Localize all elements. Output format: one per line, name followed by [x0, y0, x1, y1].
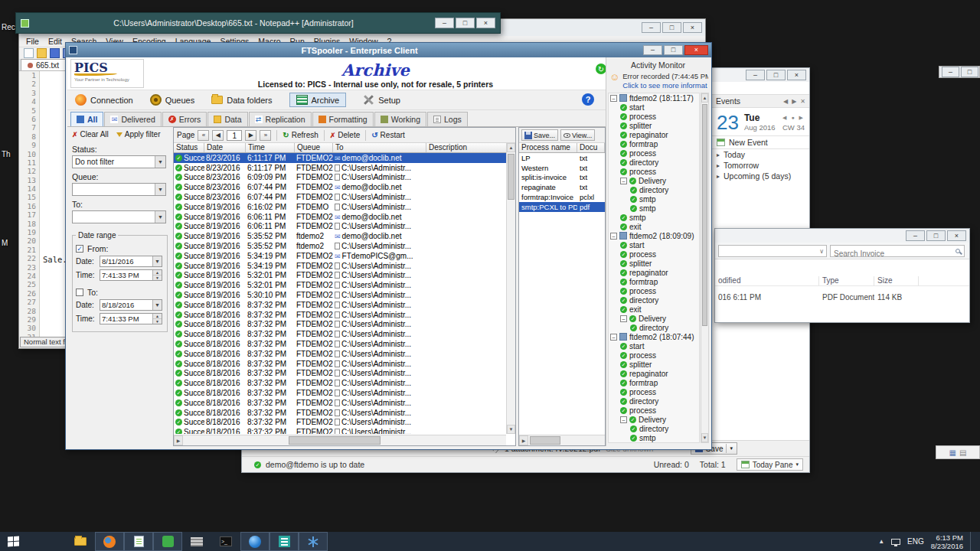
archive-row[interactable]: Success8/19/20165:30:10 PMFTDEMO2C:\User…: [174, 290, 506, 300]
archive-row[interactable]: Success8/19/20165:32:01 PMFTDEMO2C:\User…: [174, 280, 506, 290]
archive-row[interactable]: Success8/19/20165:34:19 PMFTDEMO2C:\User…: [174, 261, 506, 271]
clear-all-button[interactable]: ✗Clear All: [72, 130, 109, 139]
collapse-icon[interactable]: –: [610, 95, 617, 102]
tree-item[interactable]: process: [609, 148, 699, 158]
save-icon[interactable]: [50, 48, 60, 58]
archive-row[interactable]: Success8/18/20168:37:32 PMFTDEMO2C:\User…: [174, 329, 506, 339]
tree-item[interactable]: directory: [609, 396, 699, 406]
archive-row[interactable]: Success8/19/20166:16:02 PMFTDEMOC:\Users…: [174, 202, 506, 212]
nav-archive[interactable]: Archive: [289, 93, 347, 107]
formtrap-taskbar-button[interactable]: [299, 532, 328, 551]
archive-taskbar-button[interactable]: [182, 532, 211, 551]
tree-item[interactable]: –Delivery: [609, 415, 699, 424]
calendar-nav[interactable]: ◀ ● ▶: [782, 115, 805, 121]
tree-item[interactable]: exit: [609, 305, 699, 314]
nav-setup[interactable]: Setup: [363, 94, 400, 106]
view-document-button[interactable]: View...: [560, 129, 595, 141]
process-row[interactable]: repaginatetxt: [519, 182, 605, 192]
archive-row[interactable]: Success8/19/20165:34:19 PMFTDEMO2FTdemoP…: [174, 251, 506, 261]
editor-taskbar-button[interactable]: [270, 532, 299, 551]
menu-item-edit[interactable]: Edit: [44, 37, 66, 46]
horizontal-scrollbar[interactable]: ◀ ▶: [519, 435, 605, 445]
last-page-button[interactable]: »: [260, 130, 271, 141]
today-pane-button[interactable]: Today Pane ▾: [737, 458, 803, 471]
desktop-icon-label[interactable]: Th: [2, 150, 11, 158]
tree-item[interactable]: smtp: [609, 442, 699, 443]
next-page-button[interactable]: ▶: [245, 130, 256, 141]
column-docu[interactable]: Docu: [577, 143, 605, 152]
tree-item[interactable]: process: [609, 249, 699, 259]
tree-item[interactable]: start: [609, 240, 699, 249]
close-button[interactable]: ×: [476, 18, 495, 28]
archive-row[interactable]: Success8/18/20168:37:32 PMFTDEMO2C:\User…: [174, 339, 506, 349]
chevron-down-icon[interactable]: ∨: [819, 248, 824, 255]
date-dropdown-icon[interactable]: ▼: [152, 256, 162, 266]
tree-item[interactable]: –Delivery: [609, 314, 699, 323]
help-icon[interactable]: ?: [582, 93, 594, 106]
new-file-icon[interactable]: [24, 48, 34, 58]
maximize-button[interactable]: □: [664, 45, 683, 55]
tree-item[interactable]: smtp: [609, 213, 699, 222]
close-button[interactable]: ×: [947, 230, 966, 241]
tab-delivered[interactable]: Delivered: [104, 112, 161, 126]
tree-item[interactable]: repaginator: [609, 268, 699, 277]
process-row[interactable]: LPtxt: [519, 153, 605, 163]
maximize-button[interactable]: □: [456, 18, 475, 28]
archive-row[interactable]: Success8/18/20168:37:32 PMFTDEMO2C:\User…: [174, 310, 506, 320]
dropdown-icon[interactable]: ▼: [155, 184, 165, 195]
nav-connection[interactable]: Connection: [75, 94, 133, 106]
column-process-name[interactable]: Process name: [519, 143, 577, 152]
tree-item[interactable]: –ftdemo2 (18:07:44): [609, 332, 699, 341]
first-page-button[interactable]: «: [198, 130, 209, 141]
tree-item[interactable]: formtrap: [609, 378, 699, 387]
from-date-field[interactable]: 8/11/2016 ▼: [100, 256, 162, 267]
list-view-icon[interactable]: ▤: [959, 448, 966, 457]
menu-item-file[interactable]: File: [22, 37, 43, 46]
desktop-icon-label-recycle[interactable]: Rec: [2, 23, 15, 31]
tree-item[interactable]: process: [609, 167, 699, 176]
tab-665-txt[interactable]: 665.txt: [21, 59, 66, 70]
tree-item[interactable]: splitter: [609, 259, 699, 268]
tree-item[interactable]: –Delivery: [609, 176, 699, 185]
archive-row[interactable]: Success8/19/20165:35:52 PMftdemo2demo@do…: [174, 231, 506, 241]
search-icon[interactable]: [956, 249, 960, 253]
tray-expand-icon[interactable]: ▲: [878, 538, 884, 545]
tab-logs[interactable]: Logs: [427, 112, 468, 126]
column-status[interactable]: Status: [174, 143, 204, 152]
archive-row[interactable]: Success8/19/20165:32:01 PMFTDEMO2C:\User…: [174, 271, 506, 281]
archive-row[interactable]: Success8/18/20168:37:32 PMFTDEMO2C:\User…: [174, 418, 506, 428]
tree-item[interactable]: process: [609, 350, 699, 360]
archive-row[interactable]: Success8/18/20168:37:32 PMFTDEMO2C:\User…: [174, 300, 506, 310]
minimize-button[interactable]: –: [643, 45, 662, 55]
maximize-button[interactable]: □: [662, 22, 681, 33]
minimize-button[interactable]: –: [746, 70, 765, 80]
show-desktop-button[interactable]: [970, 532, 974, 551]
archive-row[interactable]: Success8/23/20166:11:17 PMFTDEMO2demo@do…: [174, 153, 506, 163]
save-dropdown-icon[interactable]: ▾: [730, 445, 733, 452]
network-icon[interactable]: [891, 539, 900, 545]
tree-item[interactable]: smtp: [609, 433, 699, 442]
archive-row[interactable]: Success8/23/20166:07:44 PMFTDEMO2demo@do…: [174, 182, 506, 192]
archive-row[interactable]: Success8/18/20168:37:32 PMFTDEMO2C:\User…: [174, 320, 506, 330]
minimize-button[interactable]: –: [906, 230, 925, 241]
maximize-button[interactable]: □: [766, 70, 786, 80]
save-document-button[interactable]: Save...: [521, 129, 558, 141]
tree-item[interactable]: directory: [609, 185, 699, 194]
column-queue[interactable]: Queue: [295, 143, 333, 152]
tree-item[interactable]: repaginator: [609, 369, 699, 378]
to-date-field[interactable]: 8/18/2016 ▼: [100, 299, 162, 311]
tree-item[interactable]: directory: [609, 295, 699, 305]
prev-icon[interactable]: ◀: [783, 98, 788, 105]
tree-item[interactable]: formtrap: [609, 139, 699, 148]
tree-item[interactable]: splitter: [609, 360, 699, 369]
scrollbar-thumb[interactable]: [508, 154, 514, 200]
horizontal-scrollbar[interactable]: ◀ ▶: [174, 435, 506, 445]
to-filter-select[interactable]: ▼: [72, 210, 166, 223]
column-date[interactable]: Date: [204, 143, 246, 152]
console-taskbar-button[interactable]: [211, 532, 240, 551]
activity-more-link[interactable]: Click to see more informat: [622, 81, 708, 90]
collapse-icon[interactable]: –: [610, 233, 617, 240]
dropdown-icon[interactable]: ▼: [155, 156, 165, 168]
collapse-icon[interactable]: –: [620, 315, 627, 322]
emclient-taskbar-button[interactable]: [240, 532, 270, 551]
